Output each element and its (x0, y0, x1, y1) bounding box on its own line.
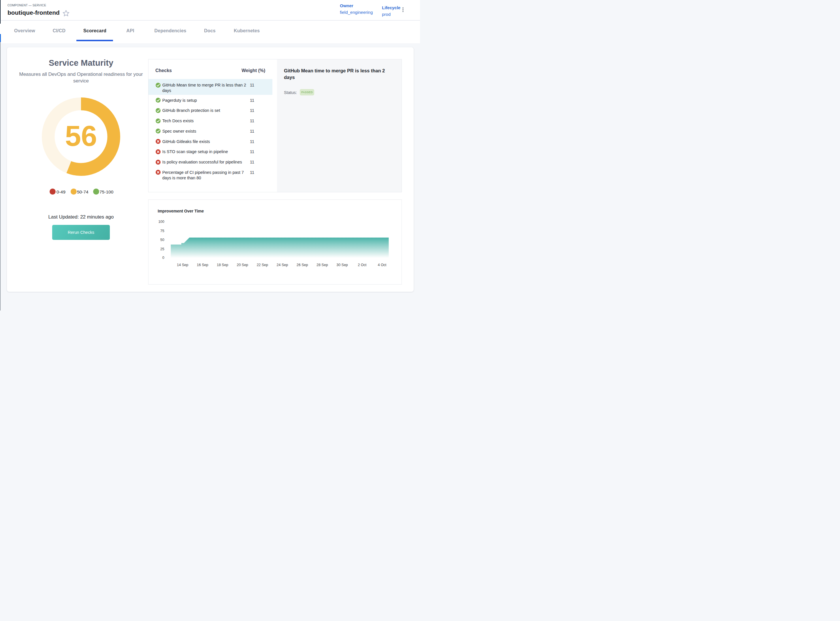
svg-text:56: 56 (65, 120, 97, 152)
